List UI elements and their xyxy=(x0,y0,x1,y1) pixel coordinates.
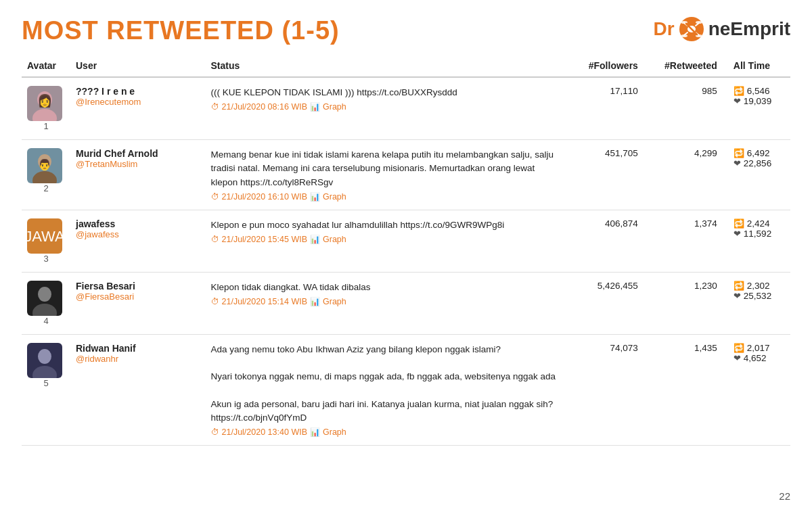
user-name: Ridwan Hanif xyxy=(76,343,200,354)
table-row: 5Ridwan Hanif @ridwanhrAda yang nemu tok… xyxy=(22,334,790,446)
avatar-cell: 👨2 xyxy=(22,140,70,210)
status-text: Klepon e pun moco syahadat lur alhamduli… xyxy=(211,218,563,232)
graph-link[interactable]: Graph xyxy=(323,427,346,437)
rt-number: 2,302 xyxy=(747,281,770,291)
followers-cell: 74,073 xyxy=(568,334,644,446)
status-date: 21/Jul/2020 13:40 WIB xyxy=(222,427,307,437)
rank-number: 3 xyxy=(27,254,65,264)
avatar-cell: JAWA3 xyxy=(22,210,70,272)
table-row: 👩1???? I r e n e @Irenecutemom((( KUE KL… xyxy=(22,77,790,140)
drone-icon xyxy=(679,16,704,42)
user-handle[interactable]: @TretanMuslim xyxy=(76,159,200,169)
followers-cell: 17,110 xyxy=(568,77,644,140)
graph-link[interactable]: Graph xyxy=(323,102,346,112)
table-row: 4Fiersa Besari @FiersaBesariKlepon tidak… xyxy=(22,272,790,334)
svg-point-7 xyxy=(696,21,702,24)
retweeted-cell: 985 xyxy=(644,77,723,140)
status-date: 21/Jul/2020 16:10 WIB xyxy=(222,192,307,202)
svg-point-8 xyxy=(681,34,687,37)
logo-one: neEmprit xyxy=(708,18,790,40)
alltime-cell: 🔁 2,424 ❤ 11,592 xyxy=(723,210,790,272)
rt-count: 🔁 2,302 xyxy=(734,281,785,291)
user-name: Fiersa Besari xyxy=(76,281,200,291)
heart-number: 25,532 xyxy=(744,291,771,301)
status-text: ((( KUE KLEPON TIDAK ISLAMI ))) https://… xyxy=(211,86,563,99)
page-header: MOST RETWEETED (1-5) Dr neEmprit xyxy=(22,16,790,45)
retweeted-cell: 1,230 xyxy=(644,272,723,334)
user-name: Murid Chef Arnold xyxy=(76,148,200,159)
clock-icon: ⏱ xyxy=(211,427,219,437)
user-handle[interactable]: @ridwanhr xyxy=(76,354,200,364)
avatar-cell: 5 xyxy=(22,334,70,446)
followers-cell: 451,705 xyxy=(568,140,644,210)
user-handle[interactable]: @FiersaBesari xyxy=(76,291,200,302)
table-row: JAWA3jawafess @jawafessKlepon e pun moco… xyxy=(22,210,790,272)
status-cell: Memang benar kue ini tidak islami karena… xyxy=(206,140,568,210)
alltime-cell: 🔁 2,302 ❤ 25,532 xyxy=(723,272,790,334)
status-date: 21/Jul/2020 15:14 WIB xyxy=(222,297,307,306)
table-header-row: Avatar User Status #Followers #Retweeted… xyxy=(22,56,790,77)
status-cell: ((( KUE KLEPON TIDAK ISLAMI ))) https://… xyxy=(206,77,568,140)
user-cell: Murid Chef Arnold @TretanMuslim xyxy=(70,140,206,210)
clock-icon: ⏱ xyxy=(211,192,219,202)
user-cell: Ridwan Hanif @ridwanhr xyxy=(70,334,206,446)
graph-link[interactable]: Graph xyxy=(323,235,346,244)
status-meta: ⏱ 21/Jul/2020 15:45 WIB 📊 Graph xyxy=(211,235,563,244)
rank-number: 4 xyxy=(27,316,65,326)
rt-number: 2,424 xyxy=(747,218,770,229)
user-name: jawafess xyxy=(76,218,200,229)
user-handle[interactable]: @jawafess xyxy=(76,229,200,239)
status-date: 21/Jul/2020 08:16 WIB xyxy=(222,102,307,112)
retweet-icon: 🔁 xyxy=(734,218,744,229)
status-text: Memang benar kue ini tidak islami karena… xyxy=(211,148,563,189)
col-status: Status xyxy=(206,56,568,77)
retweet-icon: 🔁 xyxy=(734,148,744,158)
col-alltime: All Time xyxy=(723,56,790,77)
logo: Dr neEmprit xyxy=(654,16,791,42)
status-meta: ⏱ 21/Jul/2020 13:40 WIB 📊 Graph xyxy=(211,427,563,437)
status-meta: ⏱ 21/Jul/2020 08:16 WIB 📊 Graph xyxy=(211,102,563,112)
status-text: Klepon tidak diangkat. WA tidak dibalas xyxy=(211,281,563,294)
user-name: ???? I r e n e xyxy=(76,86,200,97)
heart-icon: ❤ xyxy=(734,158,741,168)
clock-icon: ⏱ xyxy=(211,235,219,244)
graph-bar-icon: 📊 xyxy=(310,235,320,244)
retweeted-cell: 1,374 xyxy=(644,210,723,272)
status-text: Ada yang nemu toko Abu Ikhwan Aziz yang … xyxy=(211,343,563,425)
retweeted-cell: 4,299 xyxy=(644,140,723,210)
graph-link[interactable]: Graph xyxy=(323,192,346,202)
status-meta: ⏱ 21/Jul/2020 15:14 WIB 📊 Graph xyxy=(211,297,563,306)
heart-icon: ❤ xyxy=(734,96,741,106)
rt-count: 🔁 2,017 xyxy=(734,343,785,353)
retweeted-table: Avatar User Status #Followers #Retweeted… xyxy=(22,56,790,446)
rank-number: 2 xyxy=(27,183,65,193)
svg-point-25 xyxy=(38,349,51,364)
retweet-icon: 🔁 xyxy=(734,281,744,291)
status-cell: Klepon tidak diangkat. WA tidak dibalas … xyxy=(206,272,568,334)
graph-bar-icon: 📊 xyxy=(310,192,320,202)
col-user: User xyxy=(70,56,206,77)
logo-dr: Dr xyxy=(654,18,675,40)
clock-icon: ⏱ xyxy=(211,102,219,112)
user-cell: ???? I r e n e @Irenecutemom xyxy=(70,77,206,140)
retweet-icon: 🔁 xyxy=(734,343,744,353)
graph-link[interactable]: Graph xyxy=(323,297,346,306)
col-retweeted: #Retweeted xyxy=(644,56,723,77)
heart-number: 22,856 xyxy=(744,158,771,168)
page-number: 22 xyxy=(779,490,790,502)
heart-count: ❤ 19,039 xyxy=(734,96,785,106)
status-meta: ⏱ 21/Jul/2020 16:10 WIB 📊 Graph xyxy=(211,192,563,202)
heart-icon: ❤ xyxy=(734,353,741,363)
status-date: 21/Jul/2020 15:45 WIB xyxy=(222,235,307,244)
followers-cell: 5,426,455 xyxy=(568,272,644,334)
status-cell: Ada yang nemu toko Abu Ikhwan Aziz yang … xyxy=(206,334,568,446)
svg-text:JAWA: JAWA xyxy=(27,228,62,245)
rt-number: 6,546 xyxy=(747,86,770,96)
table-row: 👨2Murid Chef Arnold @TretanMuslimMemang … xyxy=(22,140,790,210)
heart-number: 11,592 xyxy=(744,229,771,239)
clock-icon: ⏱ xyxy=(211,297,219,306)
svg-point-22 xyxy=(38,287,51,302)
alltime-cell: 🔁 2,017 ❤ 4,652 xyxy=(723,334,790,446)
user-cell: Fiersa Besari @FiersaBesari xyxy=(70,272,206,334)
user-handle[interactable]: @Irenecutemom xyxy=(76,97,200,107)
